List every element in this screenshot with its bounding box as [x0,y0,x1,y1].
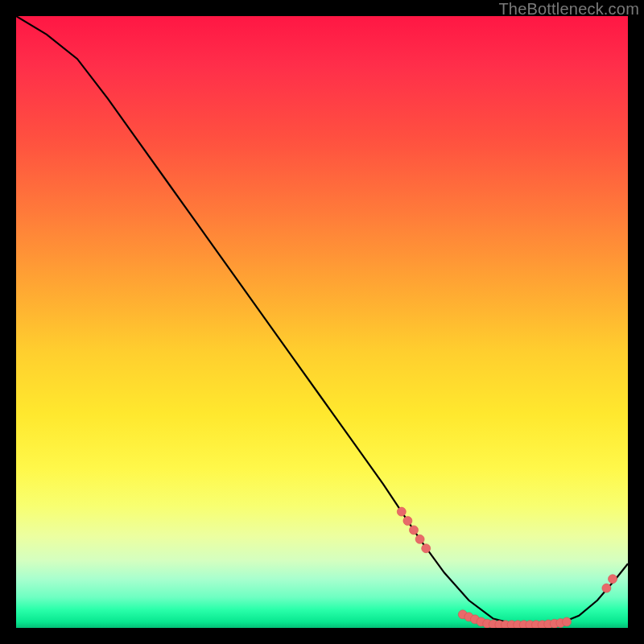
data-marker [609,575,617,584]
data-marker [397,507,406,516]
curve-markers [397,507,617,628]
bottleneck-curve [16,16,628,625]
plot-area [16,16,628,628]
data-marker [422,544,431,553]
data-marker [410,526,419,535]
data-marker [415,535,424,543]
data-marker [563,617,572,626]
chart-stage: TheBottleneck.com [0,0,644,644]
data-marker [602,584,611,592]
data-marker [403,517,412,526]
curve-svg [16,16,628,628]
